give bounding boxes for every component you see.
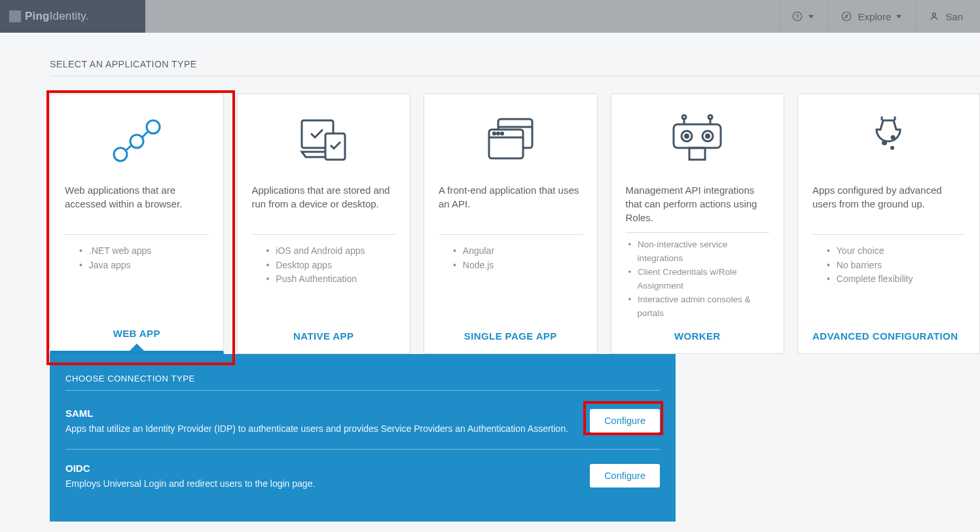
card-description: Applications that are stored and run fro… <box>252 183 396 221</box>
divider <box>65 449 660 450</box>
connection-description: Employs Universal Login and redirect use… <box>65 478 574 491</box>
card-description: Management API integrations that can per… <box>626 183 770 224</box>
svg-line-8 <box>142 132 148 137</box>
svg-point-32 <box>890 146 894 150</box>
user-label: San <box>945 11 963 22</box>
connection-row-saml: SAML Apps that utilize an Identity Provi… <box>65 402 660 441</box>
list-item: Push Authentication <box>276 272 396 287</box>
svg-point-26 <box>706 135 710 138</box>
connection-type-panel: CHOOSE CONNECTION TYPE SAML Apps that ut… <box>50 354 676 522</box>
card-web-app[interactable]: Web applications that are accessed withi… <box>50 94 224 354</box>
list-item: iOS and Android apps <box>276 244 396 258</box>
configure-saml-button[interactable]: Configure <box>590 409 660 433</box>
brand-logo[interactable]: PingIdentity. <box>0 0 145 33</box>
card-examples: iOS and Android apps Desktop apps Push A… <box>252 244 396 323</box>
divider <box>252 234 396 235</box>
list-item: No barriers <box>836 258 965 273</box>
spa-icon <box>439 107 583 173</box>
card-description: Apps configured by advanced users from t… <box>812 183 965 221</box>
svg-point-17 <box>501 132 503 134</box>
card-examples: .NET web apps Java apps <box>65 244 209 320</box>
chevron-down-icon <box>896 15 901 18</box>
svg-point-4 <box>114 148 127 161</box>
svg-point-0 <box>793 12 803 21</box>
card-label: WEB APP <box>65 328 209 339</box>
divider <box>50 76 980 77</box>
svg-point-16 <box>497 132 499 134</box>
card-examples: Non-interactive service integrations Cli… <box>626 238 770 323</box>
svg-point-1 <box>797 18 798 19</box>
svg-rect-27 <box>689 148 705 160</box>
svg-line-7 <box>126 145 132 151</box>
explore-button[interactable]: Explore <box>828 0 913 33</box>
advanced-icon <box>812 107 965 173</box>
user-icon <box>928 10 940 22</box>
connection-name: OIDC <box>65 463 574 474</box>
card-label: WORKER <box>626 330 770 342</box>
list-item: Complete flexibility <box>836 272 965 287</box>
list-item: Your choice <box>836 244 965 258</box>
card-single-page-app[interactable]: A front-end application that uses an API… <box>424 94 598 354</box>
card-label: NATIVE APP <box>252 330 396 342</box>
card-examples: Your choice No barriers Complete flexibi… <box>812 244 965 328</box>
svg-point-31 <box>891 135 896 140</box>
divider <box>626 232 770 233</box>
section-title: SELECT AN APPLICATION TYPE <box>50 59 980 69</box>
list-item: Non-interactive service integrations <box>638 238 770 266</box>
list-item: .NET web apps <box>88 244 209 258</box>
web-app-icon <box>65 107 209 173</box>
divider <box>439 234 583 235</box>
svg-point-2 <box>843 12 852 21</box>
list-item: Client Credentials w/Role Assignment <box>638 266 770 293</box>
list-item: Java apps <box>88 258 209 273</box>
card-examples: Angular Node.js <box>439 244 583 323</box>
native-app-icon <box>252 107 396 173</box>
connection-panel-title: CHOOSE CONNECTION TYPE <box>65 374 660 383</box>
configure-oidc-button[interactable]: Configure <box>590 464 660 488</box>
svg-point-6 <box>147 120 160 133</box>
help-button[interactable] <box>779 0 826 33</box>
brand-mark-icon <box>9 10 21 22</box>
card-description: A front-end application that uses an API… <box>439 183 583 221</box>
svg-point-3 <box>933 13 936 16</box>
connection-row-oidc: OIDC Employs Universal Login and redirec… <box>65 457 660 496</box>
app-type-cards: Web applications that are accessed withi… <box>50 94 980 354</box>
top-bar: PingIdentity. Explore San <box>0 0 980 33</box>
card-native-app[interactable]: Applications that are stored and run fro… <box>237 94 411 354</box>
svg-point-15 <box>493 132 495 134</box>
connection-name: SAML <box>65 408 574 419</box>
divider <box>65 234 209 235</box>
card-label: SINGLE PAGE APP <box>439 330 583 342</box>
card-worker[interactable]: Management API integrations that can per… <box>611 94 785 354</box>
svg-point-30 <box>882 140 887 145</box>
list-item: Node.js <box>462 258 583 273</box>
user-menu[interactable]: San <box>916 0 975 33</box>
compass-icon <box>841 10 852 22</box>
explore-label: Explore <box>858 11 891 22</box>
brand-text: PingIdentity. <box>25 10 89 23</box>
list-item: Interactive admin consoles & portals <box>638 293 770 321</box>
divider <box>812 234 965 235</box>
svg-point-24 <box>685 135 689 138</box>
top-bar-right: Explore San <box>145 0 980 33</box>
divider <box>65 390 660 391</box>
connection-description: Apps that utilize an Identity Provider (… <box>65 423 574 436</box>
svg-point-21 <box>708 115 712 119</box>
card-advanced-configuration[interactable]: Apps configured by advanced users from t… <box>797 94 980 354</box>
card-description: Web applications that are accessed withi… <box>65 183 209 221</box>
worker-icon <box>626 107 770 173</box>
help-icon <box>791 10 803 22</box>
card-label: ADVANCED CONFIGURATION <box>812 330 965 342</box>
svg-point-19 <box>682 115 686 119</box>
list-item: Angular <box>462 244 583 258</box>
list-item: Desktop apps <box>276 258 396 273</box>
chevron-down-icon <box>808 15 814 18</box>
